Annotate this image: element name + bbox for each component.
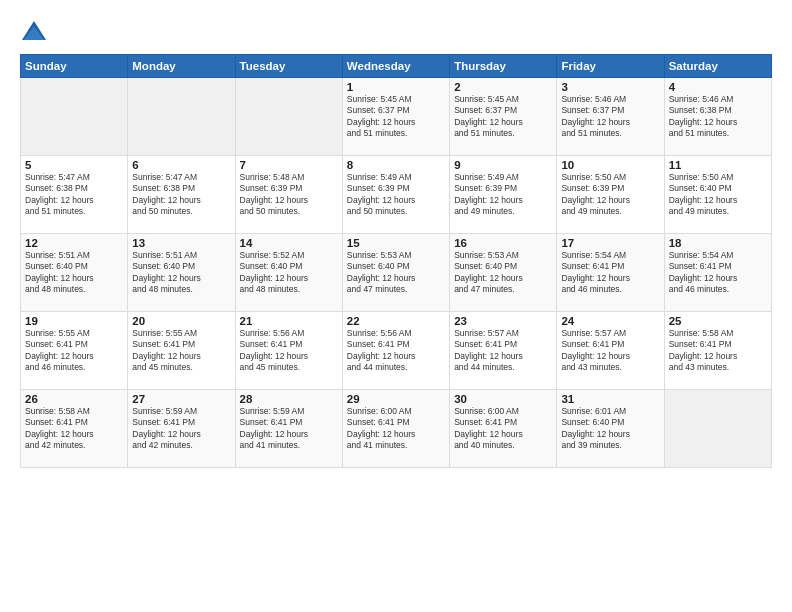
day-info: Sunrise: 5:59 AM Sunset: 6:41 PM Dayligh… [132, 406, 230, 452]
day-number: 8 [347, 159, 445, 171]
page-header [20, 18, 772, 46]
day-header-saturday: Saturday [664, 55, 771, 78]
day-info: Sunrise: 6:00 AM Sunset: 6:41 PM Dayligh… [454, 406, 552, 452]
day-info: Sunrise: 5:47 AM Sunset: 6:38 PM Dayligh… [132, 172, 230, 218]
day-number: 30 [454, 393, 552, 405]
calendar-cell: 12Sunrise: 5:51 AM Sunset: 6:40 PM Dayli… [21, 234, 128, 312]
day-number: 27 [132, 393, 230, 405]
calendar-week-2: 5Sunrise: 5:47 AM Sunset: 6:38 PM Daylig… [21, 156, 772, 234]
day-number: 25 [669, 315, 767, 327]
day-number: 6 [132, 159, 230, 171]
calendar-cell: 24Sunrise: 5:57 AM Sunset: 6:41 PM Dayli… [557, 312, 664, 390]
calendar-cell: 20Sunrise: 5:55 AM Sunset: 6:41 PM Dayli… [128, 312, 235, 390]
calendar-cell: 7Sunrise: 5:48 AM Sunset: 6:39 PM Daylig… [235, 156, 342, 234]
calendar-cell: 16Sunrise: 5:53 AM Sunset: 6:40 PM Dayli… [450, 234, 557, 312]
calendar-cell: 17Sunrise: 5:54 AM Sunset: 6:41 PM Dayli… [557, 234, 664, 312]
calendar-cell: 10Sunrise: 5:50 AM Sunset: 6:39 PM Dayli… [557, 156, 664, 234]
calendar-table: SundayMondayTuesdayWednesdayThursdayFrid… [20, 54, 772, 468]
day-number: 14 [240, 237, 338, 249]
day-info: Sunrise: 5:54 AM Sunset: 6:41 PM Dayligh… [669, 250, 767, 296]
day-info: Sunrise: 5:54 AM Sunset: 6:41 PM Dayligh… [561, 250, 659, 296]
calendar-cell: 2Sunrise: 5:45 AM Sunset: 6:37 PM Daylig… [450, 78, 557, 156]
calendar-cell: 15Sunrise: 5:53 AM Sunset: 6:40 PM Dayli… [342, 234, 449, 312]
calendar-cell: 23Sunrise: 5:57 AM Sunset: 6:41 PM Dayli… [450, 312, 557, 390]
day-info: Sunrise: 5:50 AM Sunset: 6:40 PM Dayligh… [669, 172, 767, 218]
day-number: 20 [132, 315, 230, 327]
calendar-week-3: 12Sunrise: 5:51 AM Sunset: 6:40 PM Dayli… [21, 234, 772, 312]
day-number: 7 [240, 159, 338, 171]
day-number: 5 [25, 159, 123, 171]
calendar-cell: 18Sunrise: 5:54 AM Sunset: 6:41 PM Dayli… [664, 234, 771, 312]
logo-icon [20, 18, 48, 46]
day-info: Sunrise: 5:49 AM Sunset: 6:39 PM Dayligh… [454, 172, 552, 218]
day-header-sunday: Sunday [21, 55, 128, 78]
calendar-cell: 4Sunrise: 5:46 AM Sunset: 6:38 PM Daylig… [664, 78, 771, 156]
day-info: Sunrise: 5:51 AM Sunset: 6:40 PM Dayligh… [25, 250, 123, 296]
day-number: 3 [561, 81, 659, 93]
calendar-cell: 22Sunrise: 5:56 AM Sunset: 6:41 PM Dayli… [342, 312, 449, 390]
calendar-cell: 3Sunrise: 5:46 AM Sunset: 6:37 PM Daylig… [557, 78, 664, 156]
day-number: 13 [132, 237, 230, 249]
calendar-week-5: 26Sunrise: 5:58 AM Sunset: 6:41 PM Dayli… [21, 390, 772, 468]
day-number: 23 [454, 315, 552, 327]
day-info: Sunrise: 5:47 AM Sunset: 6:38 PM Dayligh… [25, 172, 123, 218]
calendar-cell: 6Sunrise: 5:47 AM Sunset: 6:38 PM Daylig… [128, 156, 235, 234]
calendar-cell: 19Sunrise: 5:55 AM Sunset: 6:41 PM Dayli… [21, 312, 128, 390]
calendar-header-row: SundayMondayTuesdayWednesdayThursdayFrid… [21, 55, 772, 78]
day-number: 9 [454, 159, 552, 171]
calendar-cell: 25Sunrise: 5:58 AM Sunset: 6:41 PM Dayli… [664, 312, 771, 390]
day-number: 19 [25, 315, 123, 327]
day-info: Sunrise: 5:52 AM Sunset: 6:40 PM Dayligh… [240, 250, 338, 296]
day-info: Sunrise: 5:45 AM Sunset: 6:37 PM Dayligh… [454, 94, 552, 140]
day-number: 22 [347, 315, 445, 327]
day-header-monday: Monday [128, 55, 235, 78]
day-info: Sunrise: 6:00 AM Sunset: 6:41 PM Dayligh… [347, 406, 445, 452]
day-info: Sunrise: 5:55 AM Sunset: 6:41 PM Dayligh… [25, 328, 123, 374]
day-header-wednesday: Wednesday [342, 55, 449, 78]
day-number: 16 [454, 237, 552, 249]
day-info: Sunrise: 5:55 AM Sunset: 6:41 PM Dayligh… [132, 328, 230, 374]
day-number: 17 [561, 237, 659, 249]
day-number: 28 [240, 393, 338, 405]
day-info: Sunrise: 5:57 AM Sunset: 6:41 PM Dayligh… [454, 328, 552, 374]
calendar-cell: 27Sunrise: 5:59 AM Sunset: 6:41 PM Dayli… [128, 390, 235, 468]
calendar-cell: 11Sunrise: 5:50 AM Sunset: 6:40 PM Dayli… [664, 156, 771, 234]
day-header-tuesday: Tuesday [235, 55, 342, 78]
day-number: 26 [25, 393, 123, 405]
day-number: 31 [561, 393, 659, 405]
calendar-cell: 26Sunrise: 5:58 AM Sunset: 6:41 PM Dayli… [21, 390, 128, 468]
day-info: Sunrise: 5:49 AM Sunset: 6:39 PM Dayligh… [347, 172, 445, 218]
day-info: Sunrise: 5:59 AM Sunset: 6:41 PM Dayligh… [240, 406, 338, 452]
calendar-cell [235, 78, 342, 156]
day-info: Sunrise: 5:50 AM Sunset: 6:39 PM Dayligh… [561, 172, 659, 218]
calendar-cell: 29Sunrise: 6:00 AM Sunset: 6:41 PM Dayli… [342, 390, 449, 468]
calendar-cell: 13Sunrise: 5:51 AM Sunset: 6:40 PM Dayli… [128, 234, 235, 312]
calendar-week-1: 1Sunrise: 5:45 AM Sunset: 6:37 PM Daylig… [21, 78, 772, 156]
day-header-friday: Friday [557, 55, 664, 78]
calendar-cell: 30Sunrise: 6:00 AM Sunset: 6:41 PM Dayli… [450, 390, 557, 468]
day-info: Sunrise: 5:51 AM Sunset: 6:40 PM Dayligh… [132, 250, 230, 296]
day-info: Sunrise: 5:56 AM Sunset: 6:41 PM Dayligh… [240, 328, 338, 374]
day-info: Sunrise: 5:48 AM Sunset: 6:39 PM Dayligh… [240, 172, 338, 218]
logo [20, 18, 52, 46]
day-number: 4 [669, 81, 767, 93]
day-number: 1 [347, 81, 445, 93]
day-number: 10 [561, 159, 659, 171]
calendar-cell [21, 78, 128, 156]
day-header-thursday: Thursday [450, 55, 557, 78]
day-number: 18 [669, 237, 767, 249]
day-info: Sunrise: 5:46 AM Sunset: 6:37 PM Dayligh… [561, 94, 659, 140]
day-info: Sunrise: 5:53 AM Sunset: 6:40 PM Dayligh… [454, 250, 552, 296]
day-number: 21 [240, 315, 338, 327]
calendar-cell [664, 390, 771, 468]
day-number: 11 [669, 159, 767, 171]
day-info: Sunrise: 5:46 AM Sunset: 6:38 PM Dayligh… [669, 94, 767, 140]
day-info: Sunrise: 5:57 AM Sunset: 6:41 PM Dayligh… [561, 328, 659, 374]
calendar-cell: 8Sunrise: 5:49 AM Sunset: 6:39 PM Daylig… [342, 156, 449, 234]
calendar-cell: 28Sunrise: 5:59 AM Sunset: 6:41 PM Dayli… [235, 390, 342, 468]
day-number: 2 [454, 81, 552, 93]
calendar-week-4: 19Sunrise: 5:55 AM Sunset: 6:41 PM Dayli… [21, 312, 772, 390]
day-number: 12 [25, 237, 123, 249]
calendar-cell: 5Sunrise: 5:47 AM Sunset: 6:38 PM Daylig… [21, 156, 128, 234]
calendar-cell: 14Sunrise: 5:52 AM Sunset: 6:40 PM Dayli… [235, 234, 342, 312]
